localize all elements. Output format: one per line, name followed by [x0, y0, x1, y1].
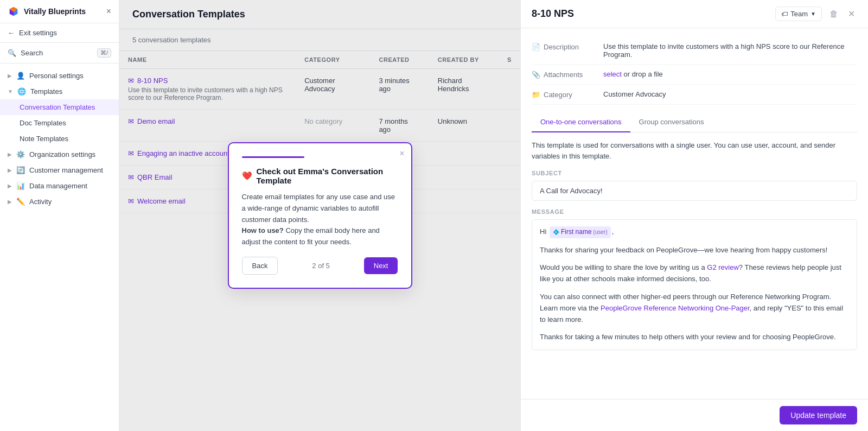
right-panel: 8-10 NPS 🏷 Team ▼ 🗑 ✕ 📄 Description Use …: [521, 0, 868, 431]
first-name-chip: 💠 First name (user): [550, 226, 611, 238]
how-to-use-label: How to use?: [242, 226, 284, 234]
message-content[interactable]: Hi 💠 First name (user) , Thanks for shar…: [532, 219, 857, 350]
sidebar-item-templates[interactable]: ▼ 🌐 Templates: [0, 84, 119, 99]
rp-field-category: 📁 Category Customer Advocacy: [532, 85, 857, 105]
chevron-down-icon: ▼: [810, 11, 816, 17]
rp-team-label: Team: [790, 10, 808, 18]
subject-section: SUBJECT A Call for Advocacy!: [532, 170, 857, 201]
data-management-label: Data management: [29, 182, 87, 190]
organization-settings-label: Organization settings: [29, 150, 95, 159]
chevron-right-icon5: ▶: [8, 199, 12, 205]
rp-tabs: One-to-one conversations Group conversat…: [532, 112, 857, 132]
message-section: MESSAGE Hi 💠 First name (user) , Thanks …: [532, 208, 857, 350]
tooltip-back-button[interactable]: Back: [242, 257, 278, 275]
tab-group[interactable]: Group conversations: [630, 112, 713, 132]
sidebar-close-button[interactable]: ×: [106, 7, 111, 16]
description-value: Use this template to invite customers wi…: [603, 42, 857, 59]
rp-header: 8-10 NPS 🏷 Team ▼ 🗑 ✕: [521, 0, 868, 28]
search-icon: 🔍: [8, 49, 16, 57]
message-p2: Would you be willing to share the love b…: [540, 262, 849, 285]
exit-settings-item[interactable]: ← Exit settings: [0, 23, 119, 43]
chevron-down-icon: ▼: [8, 88, 13, 94]
attachments-label: 📎 Attachments: [532, 70, 597, 79]
sidebar-item-conversation-templates[interactable]: Conversation Templates: [0, 99, 119, 115]
tooltip-counter: 2 of 5: [312, 262, 330, 270]
note-templates-label: Note Templates: [20, 135, 68, 143]
tooltip-body: Create email templates for any use case …: [242, 192, 398, 248]
category-label: 📁 Category: [532, 90, 597, 99]
folder-icon: 📁: [532, 91, 540, 99]
tooltip-card: × ❤️ Check out Emma's Conversation Templ…: [228, 142, 412, 289]
tag-icon: 🏷: [781, 10, 788, 18]
category-value: Customer Advocacy: [603, 90, 857, 98]
rp-field-description: 📄 Description Use this template to invit…: [532, 37, 857, 65]
tooltip-body-text: Create email templates for any use case …: [242, 192, 398, 225]
sidebar: Vitally Blueprints × ← Exit settings 🔍 S…: [0, 0, 119, 431]
rp-footer: Update template: [521, 399, 868, 431]
templates-label: Templates: [30, 87, 62, 96]
tooltip-progress-bar: [242, 156, 304, 158]
sidebar-item-customer-management[interactable]: ▶ 🔄 Customer management: [0, 162, 119, 178]
message-p3: You can also connect with other higher-e…: [540, 291, 849, 325]
conversation-templates-label: Conversation Templates: [20, 103, 95, 111]
rp-tab-content: This template is used for conversations …: [532, 132, 857, 358]
diamond-icon: 💠: [553, 228, 559, 237]
sidebar-item-organization-settings[interactable]: ▶ ⚙️ Organization settings: [0, 147, 119, 162]
g2-review-link[interactable]: G2 review: [707, 263, 739, 271]
personal-settings-label: Personal settings: [29, 72, 84, 80]
tab-description: This template is used for conversations …: [532, 140, 857, 161]
chevron-right-icon: ▶: [8, 73, 12, 79]
attachments-select-link[interactable]: select: [603, 70, 622, 78]
arrow-left-icon: ←: [8, 29, 15, 37]
message-p4: Thanks for taking a few minutes to help …: [540, 332, 849, 343]
sidebar-item-personal-settings[interactable]: ▶ 👤 Personal settings: [0, 68, 119, 84]
gear-icon: ⚙️: [16, 150, 25, 159]
message-greeting: Hi 💠 First name (user) ,: [540, 226, 849, 238]
message-p1: Thanks for sharing your feedback on Peop…: [540, 245, 849, 256]
sidebar-logo-text: Vitally Blueprints: [24, 7, 86, 16]
tooltip-overlay: × ❤️ Check out Emma's Conversation Templ…: [119, 0, 520, 431]
rp-team-button[interactable]: 🏷 Team ▼: [775, 7, 822, 21]
rp-field-attachments: 📎 Attachments select or drop a file: [532, 65, 857, 85]
sidebar-item-activity[interactable]: ▶ ✏️ Activity: [0, 194, 119, 210]
heart-icon: ❤️: [242, 171, 252, 181]
description-label: 📄 Description: [532, 42, 597, 51]
customer-management-label: Customer management: [29, 166, 103, 174]
subject-value[interactable]: A Call for Advocacy!: [532, 181, 857, 201]
message-label: MESSAGE: [532, 208, 857, 215]
tooltip-close-button[interactable]: ×: [399, 149, 404, 159]
sidebar-logo: Vitally Blueprints ×: [0, 0, 119, 23]
edit-icon: ✏️: [16, 198, 25, 206]
sidebar-item-note-templates[interactable]: Note Templates: [0, 131, 119, 147]
update-template-button[interactable]: Update template: [780, 406, 857, 424]
subject-label: SUBJECT: [532, 170, 857, 176]
sidebar-item-doc-templates[interactable]: Doc Templates: [0, 115, 119, 131]
chip-text: First name: [561, 227, 592, 237]
tooltip-title-text: Check out Emma's Conversation Template: [257, 167, 398, 185]
sync-icon: 🔄: [16, 166, 25, 174]
people-grove-link[interactable]: PeopleGrove Reference Networking One-Pag…: [601, 304, 750, 312]
search-label: Search: [21, 49, 43, 57]
globe-icon: 🌐: [17, 87, 26, 96]
tooltip-next-button[interactable]: Next: [364, 257, 398, 274]
tab-one-to-one[interactable]: One-to-one conversations: [532, 112, 630, 132]
main-content: Conversation Templates 5 conversation te…: [119, 0, 521, 431]
search-item[interactable]: 🔍 Search ⌘/: [0, 43, 119, 64]
person-icon: 👤: [16, 72, 25, 80]
search-kbd: ⌘/: [97, 48, 111, 58]
activity-label: Activity: [29, 198, 52, 206]
rp-close-button[interactable]: ✕: [846, 7, 857, 21]
tooltip-title: ❤️ Check out Emma's Conversation Templat…: [242, 167, 398, 185]
sidebar-item-data-management[interactable]: ▶ 📊 Data management: [0, 178, 119, 194]
table-icon: 📊: [16, 182, 25, 190]
rp-delete-button[interactable]: 🗑: [827, 7, 840, 21]
attachments-value: select or drop a file: [603, 70, 857, 78]
chevron-right-icon4: ▶: [8, 183, 12, 189]
doc-templates-label: Doc Templates: [20, 119, 66, 127]
attachments-or-text: or drop a file: [622, 70, 663, 78]
vitally-logo-icon: [8, 5, 20, 17]
file-icon: 📄: [532, 43, 540, 51]
chip-sub: (user): [593, 228, 608, 237]
paperclip-icon: 📎: [532, 71, 540, 79]
exit-settings-label: Exit settings: [19, 29, 57, 37]
